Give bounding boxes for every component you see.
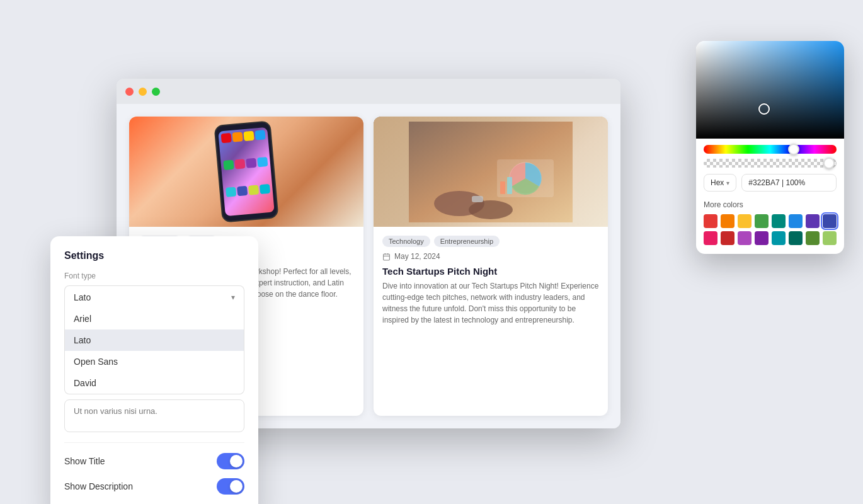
tech-card-body: Technology Entrepreneurship May 12, 2024…	[374, 227, 608, 416]
chevron-down-icon-hex: ▾	[726, 180, 729, 186]
tag-entrepreneurship: Entrepreneurship	[434, 236, 500, 247]
hue-slider[interactable]	[704, 145, 837, 154]
show-description-toggle[interactable]	[217, 478, 244, 495]
alpha-slider[interactable]	[704, 159, 837, 168]
font-dropdown-trigger[interactable]: Lato ▾	[64, 285, 244, 309]
settings-panel: Settings Font type Lato ▾ Ariel Lato Ope…	[50, 236, 258, 504]
dance-card-image	[129, 117, 363, 227]
tech-card-date: May 12, 2024	[382, 252, 599, 261]
font-option-david[interactable]: David	[65, 372, 244, 394]
hex-row: Hex ▾ #322BA7 | 100%	[704, 174, 837, 192]
svg-rect-11	[472, 196, 483, 202]
swatch-teal[interactable]	[772, 214, 786, 228]
svg-rect-12	[384, 254, 390, 260]
swatch-purple[interactable]	[806, 214, 820, 228]
app-icon-5	[226, 187, 236, 197]
phone-mockup	[214, 120, 278, 222]
tag-technology: Technology	[382, 236, 430, 247]
calendar-icon-tech	[382, 253, 391, 261]
chevron-down-icon: ▾	[231, 293, 235, 302]
maximize-button[interactable]	[152, 88, 160, 96]
swatch-darkred[interactable]	[721, 231, 734, 245]
swatch-darkgreen[interactable]	[806, 231, 820, 245]
swatch-orange[interactable]	[721, 214, 734, 228]
app-icon-spotify	[223, 160, 234, 170]
hex-format-select[interactable]: Hex ▾	[704, 174, 736, 192]
more-colors-label: More colors	[696, 200, 844, 209]
minimize-button[interactable]	[139, 88, 147, 96]
swatch-green[interactable]	[755, 214, 769, 228]
phone-screen	[218, 127, 274, 216]
swatch-darkpurple[interactable]	[755, 231, 769, 245]
business-illustration	[409, 122, 573, 222]
swatch-indigo[interactable]	[823, 214, 837, 228]
browser-titlebar	[117, 79, 620, 104]
swatch-yellow[interactable]	[738, 214, 752, 228]
alpha-thumb	[823, 158, 835, 169]
color-gradient-canvas[interactable]	[696, 41, 844, 139]
text-area-field[interactable]	[64, 399, 244, 432]
show-title-label: Show Title	[64, 456, 105, 466]
font-option-opensans[interactable]: Open Sans	[65, 351, 244, 372]
swatch-red[interactable]	[704, 214, 717, 228]
swatch-darkteal[interactable]	[789, 231, 803, 245]
app-icon-4	[257, 157, 268, 167]
app-icon-3	[246, 158, 256, 168]
font-type-label: Font type	[64, 272, 244, 280]
tech-card-title: Tech Startups Pitch Night	[382, 266, 599, 277]
app-icon-8	[260, 184, 270, 194]
swatch-pink[interactable]	[704, 231, 717, 245]
svg-point-10	[469, 200, 513, 219]
app-icon-instagram	[234, 159, 245, 169]
show-title-toggle[interactable]	[217, 453, 244, 469]
font-selected-value: Lato	[74, 292, 91, 302]
font-select-wrapper: Lato ▾ Ariel Lato Open Sans David	[64, 285, 244, 394]
hex-format-label: Hex	[711, 178, 724, 187]
color-cursor	[758, 103, 770, 115]
hex-value-text: #322BA7 | 100%	[748, 178, 805, 187]
picker-controls: Hex ▾ #322BA7 | 100%	[696, 139, 844, 200]
show-description-row: Show Description	[64, 478, 244, 495]
app-icon-2	[243, 131, 254, 141]
svg-rect-8	[507, 177, 512, 194]
app-icon-netflix	[221, 133, 232, 143]
font-option-lato[interactable]: Lato	[65, 329, 244, 351]
tech-card: Technology Entrepreneurship May 12, 2024…	[374, 117, 608, 416]
swatch-blue[interactable]	[789, 214, 803, 228]
show-title-row: Show Title	[64, 453, 244, 469]
color-picker-panel: Hex ▾ #322BA7 | 100% More colors	[696, 41, 844, 254]
toggle-knob-desc	[230, 480, 243, 493]
swatch-lightpurple[interactable]	[738, 231, 752, 245]
settings-title: Settings	[64, 250, 244, 261]
settings-divider	[64, 442, 244, 443]
swatch-lightgreen[interactable]	[823, 231, 837, 245]
app-icon-7	[248, 185, 259, 195]
tech-card-image	[374, 117, 608, 227]
color-swatches-row1	[696, 214, 844, 245]
swatch-cyan[interactable]	[772, 231, 786, 245]
toggle-knob-title	[230, 455, 243, 467]
svg-rect-7	[500, 181, 505, 194]
tech-card-desc: Dive into innovation at our Tech Startup…	[382, 280, 599, 326]
tech-card-tags: Technology Entrepreneurship	[382, 236, 599, 247]
app-icon-1	[232, 132, 243, 142]
close-button[interactable]	[125, 88, 134, 96]
app-icon-twitter	[254, 130, 265, 140]
font-dropdown-list: Ariel Lato Open Sans David	[64, 308, 244, 394]
app-icon-6	[237, 186, 248, 196]
hue-thumb	[788, 144, 799, 155]
tech-date-text: May 12, 2024	[394, 252, 440, 261]
show-description-label: Show Description	[64, 481, 133, 491]
font-option-ariel[interactable]: Ariel	[65, 308, 244, 329]
hex-value-display[interactable]: #322BA7 | 100%	[741, 174, 837, 192]
